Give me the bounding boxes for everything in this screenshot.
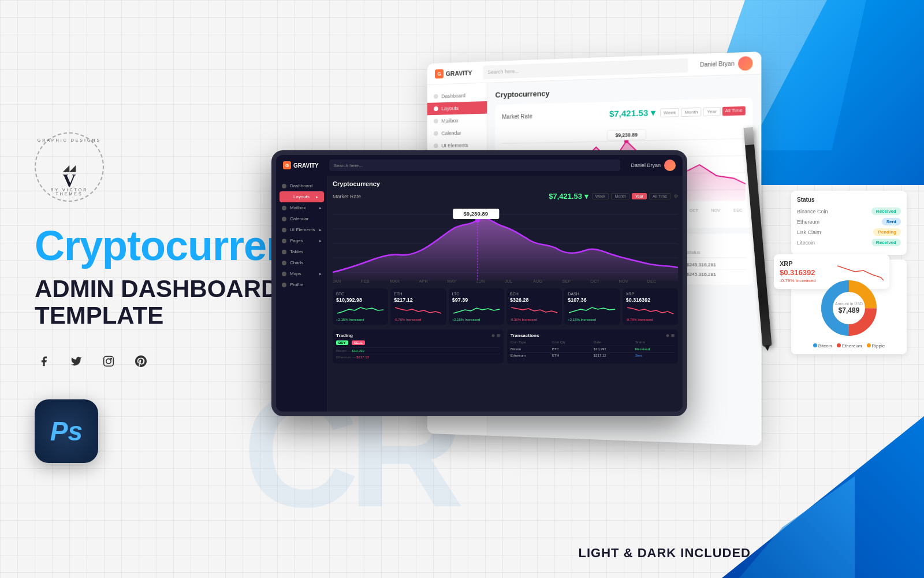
ps-text: Ps bbox=[50, 418, 83, 444]
instagram-icon[interactable] bbox=[99, 352, 118, 370]
pinterest-icon[interactable] bbox=[132, 352, 150, 370]
svg-text:$9,230.89: $9,230.89 bbox=[616, 132, 638, 138]
dark-time-tabs: Week Month Year All Time bbox=[592, 193, 670, 199]
time-tab-year[interactable]: Year bbox=[632, 193, 647, 199]
xrp-symbol: XRP bbox=[780, 260, 816, 267]
light-page-title: Cryptocurrency bbox=[495, 83, 753, 99]
svg-text:JUL: JUL bbox=[505, 279, 512, 284]
dark-user-info: Daniel Bryan bbox=[631, 160, 676, 171]
svg-text:Amount in USD: Amount in USD bbox=[835, 302, 863, 306]
dark-market-label: Market Rate bbox=[333, 194, 361, 199]
dark-dashboard-tablet: G GRAVITY Search here... Daniel Bryan Da… bbox=[271, 150, 687, 416]
transactions-expand[interactable]: ⊞ bbox=[671, 334, 675, 338]
dark-search-bar: Search here... bbox=[329, 160, 621, 171]
status-row-declined: Litecoin Received bbox=[797, 239, 901, 246]
dark-sidebar-pages[interactable]: Pages bbox=[276, 235, 327, 246]
dark-sidebar-maps[interactable]: Maps bbox=[276, 268, 327, 279]
time-tab-month[interactable]: Month bbox=[611, 193, 629, 199]
time-tab-alltime[interactable]: All Time bbox=[722, 106, 745, 115]
dark-main-content: Cryptocurrency Market Rate $7,421.53 ▾ W… bbox=[328, 176, 683, 412]
dark-page-title: Cryptocurrency bbox=[333, 180, 678, 187]
dark-sidebar-tables[interactable]: Tables bbox=[276, 246, 327, 257]
coin-card-bch: BCH $326.28 -0.36% Increased bbox=[506, 288, 562, 325]
svg-text:MAY: MAY bbox=[448, 279, 457, 284]
xrp-change: -0.79% Increased bbox=[780, 278, 816, 283]
light-sidebar-dashboard[interactable]: Dashboard bbox=[427, 88, 487, 103]
coin-card-eth: ETH $217.12 -0.76% Increased bbox=[390, 288, 446, 325]
time-tab-month[interactable]: Month bbox=[681, 107, 701, 116]
light-user-avatar bbox=[738, 55, 752, 71]
status-badge-received: Received bbox=[871, 208, 901, 215]
photoshop-badge: Ps bbox=[35, 399, 98, 463]
light-user-info: Daniel Bryan bbox=[700, 55, 753, 72]
nav-dot bbox=[282, 239, 286, 243]
trading-content: Bitcoin — $10,392 Ethereum — $217.12 bbox=[336, 347, 500, 360]
transactions-title: Transactions ⊕ ⊞ bbox=[511, 333, 675, 338]
transactions-settings[interactable]: ⊕ bbox=[666, 334, 669, 338]
svg-rect-0 bbox=[104, 357, 114, 366]
svg-text:NOV: NOV bbox=[619, 279, 628, 284]
svg-text:DEC: DEC bbox=[647, 279, 657, 284]
dark-sidebar-dashboard[interactable]: Dashboard bbox=[276, 180, 327, 191]
dark-user-avatar bbox=[664, 160, 676, 171]
dark-sidebar-layouts[interactable]: Layouts bbox=[280, 191, 324, 202]
time-tab-alltime[interactable]: All Time bbox=[649, 193, 670, 199]
svg-text:$9,230.89: $9,230.89 bbox=[463, 211, 488, 217]
tablet-container: G GRAVITY Search here... Daniel Bryan Da… bbox=[271, 150, 687, 416]
dark-dash-header: G GRAVITY Search here... Daniel Bryan bbox=[276, 155, 683, 176]
status-row-received: Binance Coin Received bbox=[797, 208, 901, 215]
time-tab-year[interactable]: Year bbox=[703, 107, 720, 116]
dark-logo-icon: G bbox=[283, 161, 291, 169]
col-status: Status bbox=[687, 250, 747, 255]
svg-text:$7,489: $7,489 bbox=[839, 306, 860, 314]
sidebar-icon-dot bbox=[434, 119, 438, 124]
light-sidebar-layouts[interactable]: Layouts bbox=[427, 101, 487, 115]
admin-title: ADMIN DASHBOARD TEMPLATE bbox=[35, 276, 289, 329]
dark-market-value: $7,421.53 ▾ bbox=[549, 192, 588, 201]
buy-button[interactable]: BUY bbox=[336, 340, 348, 345]
dark-sidebar-mailbox[interactable]: Mailbox bbox=[276, 202, 327, 213]
sell-button[interactable]: SELL bbox=[352, 340, 365, 345]
time-tab-week[interactable]: Week bbox=[592, 193, 609, 199]
nav-dot bbox=[282, 217, 286, 221]
nav-dot bbox=[282, 261, 286, 265]
twitter-icon[interactable] bbox=[67, 352, 85, 370]
status-card: Status Binance Coin Received Ethereum Se… bbox=[791, 191, 907, 255]
coin-card-dash: DASH $107.36 +2.15% Increased bbox=[564, 288, 620, 325]
dark-sidebar-profile[interactable]: Profile bbox=[276, 279, 327, 290]
light-search-bar: Search here... bbox=[483, 58, 688, 79]
trading-section: Trading ⊕ ⊞ BUY SELL Bitcoin — $10,392 bbox=[333, 329, 504, 364]
light-market-header: Market Rate $7,421.53 ▾ Week Month Year … bbox=[502, 105, 746, 122]
bottom-label: LIGHT & DARK INCLUDED bbox=[579, 546, 751, 561]
svg-text:AUG: AUG bbox=[533, 279, 543, 284]
transactions-header: Coin Type Coin Qty Date Status bbox=[511, 340, 675, 344]
time-tab-week[interactable]: Week bbox=[660, 108, 679, 117]
dark-market-header: Market Rate $7,421.53 ▾ Week Month Year … bbox=[333, 192, 678, 201]
svg-point-2 bbox=[111, 358, 112, 360]
settings-icon[interactable]: ⚙ bbox=[674, 194, 678, 199]
brand-logo: GRAPHIC DESIGNS ◢◢ BY VICTOR THEMES bbox=[35, 132, 104, 202]
coin-cards-grid: BTC $10,392.98 +2.15% Increased ETH $217… bbox=[333, 288, 678, 325]
dark-logo: G GRAVITY bbox=[283, 161, 319, 169]
svg-text:JAN: JAN bbox=[333, 279, 341, 284]
transactions-row: Ethereum ETH $217.12 Sent bbox=[511, 352, 675, 358]
left-panel: GRAPHIC DESIGNS ◢◢ BY VICTOR THEMES Cryp… bbox=[35, 0, 289, 578]
dark-sidebar-calendar[interactable]: Calendar bbox=[276, 213, 327, 224]
svg-text:APR: APR bbox=[419, 279, 428, 284]
right-side-cards: XRP $0.316392 -0.79% Increased Status Bi… bbox=[791, 191, 907, 354]
coin-card-ltc: LTC $97.39 +2.15% Increased bbox=[449, 288, 504, 325]
trading-expand[interactable]: ⊞ bbox=[497, 334, 500, 338]
trading-settings[interactable]: ⊕ bbox=[491, 334, 495, 338]
light-market-value: $7,421.53 ▾ bbox=[609, 108, 655, 119]
dark-sidebar-charts[interactable]: Charts bbox=[276, 257, 327, 268]
nav-dot bbox=[282, 250, 286, 254]
light-sidebar-calendar[interactable]: Calendar bbox=[427, 126, 487, 140]
crypto-title: Cryptocurrency bbox=[35, 225, 289, 266]
light-sidebar-mailbox[interactable]: Mailbox bbox=[427, 114, 487, 128]
sidebar-icon-dot bbox=[434, 106, 438, 111]
status-badge-received-2: Received bbox=[871, 239, 901, 246]
xrp-price: $0.316392 bbox=[780, 268, 816, 277]
dark-sidebar-ui-elements[interactable]: UI Elements bbox=[276, 224, 327, 235]
nav-dot bbox=[282, 272, 286, 276]
facebook-icon[interactable] bbox=[35, 352, 53, 370]
